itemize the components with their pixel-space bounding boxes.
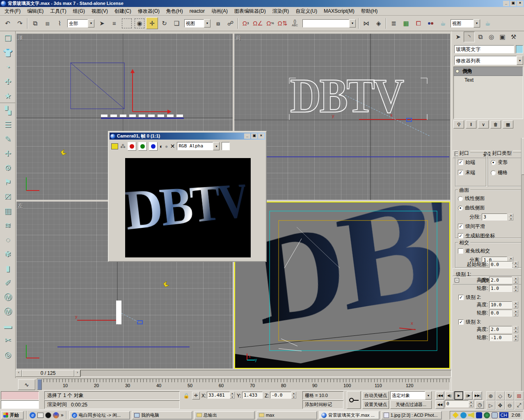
key-step-icon[interactable]: ◀◀ [435,400,444,409]
modifier-list-dropdown[interactable]: 修改器列表 ▼ [454,56,523,65]
linear-sides-radio[interactable] [458,196,463,201]
save-bitmap-icon[interactable] [111,143,118,149]
time-configuration-icon[interactable]: ◷ [475,400,484,409]
bind-to-space-warp-icon[interactable]: ⌇ [54,17,66,29]
play-icon[interactable]: ▶ [454,391,463,400]
checker-shortcut-icon[interactable]: ▚ [0,103,16,117]
front-text-spline[interactable]: DBTV [290,68,403,124]
level3-height-field[interactable]: 2.0 [489,326,512,333]
quicklaunch-media-player-icon[interactable] [53,412,59,418]
mini-curve-editor-icon[interactable]: ∿ [18,379,35,390]
viewport-front-label[interactable]: 前 [236,34,241,41]
springs-shortcut-icon[interactable]: ☰ [0,117,16,132]
waves-shortcut-icon[interactable]: ≋ [0,218,16,232]
menu-animation[interactable]: 动画(A) [208,7,231,16]
curve-editor-icon[interactable]: ▦ [400,17,412,29]
menu-customize[interactable]: 自定义(U) [293,7,320,16]
viewport-left-label[interactable]: 左 [18,202,23,209]
menu-modifiers[interactable]: 修改器(O) [135,7,162,16]
previous-frame-arrow[interactable]: ‹ [16,370,22,377]
quicklaunch-qq-icon[interactable] [45,412,51,418]
pan-hand-icon[interactable]: ✥ [496,401,505,410]
level2-outline-spinner[interactable]: ▲▼ [513,310,518,317]
menu-maxscript[interactable]: MAXScript(M) [321,7,357,15]
maxscript-mini-listener-pink[interactable] [1,391,39,400]
quicklaunch-more-chevron[interactable]: » [61,412,64,418]
menu-rendering[interactable]: 渲染(R) [270,7,292,16]
smooth-across-levels-checkbox[interactable]: ✓ [458,224,463,229]
select-object-icon[interactable]: ➤ [96,17,108,29]
snap-toggle-icon[interactable]: Ω3 [240,17,252,29]
level2-height-spinner[interactable]: ▲▼ [513,301,518,308]
menu-help[interactable]: 帮助(H) [358,7,381,16]
tray-q-icon[interactable] [460,412,467,418]
maximize-button[interactable]: ▣ [510,1,516,6]
render-maximize-button[interactable]: ▣ [251,133,257,139]
undo-icon[interactable]: ↶ [2,17,14,29]
tab-display-icon[interactable]: ▣ [497,32,508,42]
previous-frame-icon[interactable]: ◀|| [445,391,454,400]
menu-group[interactable]: 组(G) [70,7,88,16]
named-selection-dropdown[interactable]: ▼ [302,19,356,28]
window-crossing-selection-icon[interactable]: ◉ [135,18,144,28]
z-coordinate-field[interactable]: -0.0 [270,392,291,399]
frame-indicator[interactable] [37,379,42,390]
m2-shortcut-icon[interactable]: Ⓜ [0,304,16,319]
set-key-button[interactable]: 设置关键点 [362,400,389,409]
menu-character[interactable]: 角色(H) [163,7,186,16]
menu-graph-editors[interactable]: 图表编辑器(D) [231,7,269,16]
close-button[interactable]: × [517,1,523,6]
x-coordinate-field[interactable]: 33.481 [207,392,230,399]
time-slider-track[interactable] [80,370,451,377]
layer-manager-icon[interactable]: ≣ [388,17,400,29]
panel-scrollbar-thumb[interactable] [522,138,524,175]
ball-shortcut-icon[interactable]: ◔ [0,60,16,74]
percent-snap-icon[interactable]: Ω% [264,17,276,29]
tray-globe-icon[interactable] [484,412,490,418]
task-ie-forum[interactable]: e电白同乡论坛 -> 闲... [69,411,130,420]
edit-named-selections-icon[interactable]: {}ABC [289,17,301,29]
star-shortcut-icon[interactable]: ★ [0,89,16,103]
panel-scrollbar[interactable] [521,138,524,391]
tab-modify-icon[interactable]: ◝ [464,32,475,42]
field-of-view-icon[interactable]: ▷ [486,401,495,410]
blue-channel-button[interactable] [149,142,158,151]
level1-outline-field[interactable]: 1.0 [489,285,512,292]
menu-edit[interactable]: 编辑(E) [24,7,46,16]
menu-file[interactable]: 文件(F) [2,7,23,16]
tray-network-icon[interactable] [492,412,498,418]
render-type-dropdown[interactable]: 视图 ▼ [451,19,480,28]
menu-tools[interactable]: 工具(T) [47,7,69,16]
camera-shortcut-icon[interactable]: ◎ [0,347,16,362]
lightbulb-icon[interactable] [455,69,459,73]
select-by-name-icon[interactable]: ≡ [108,17,120,29]
selection-lock-icon[interactable]: 🔒 [183,392,190,399]
menu-views[interactable]: 视图(V) [89,7,111,16]
rectangular-selection-region-icon[interactable] [122,18,132,28]
mirror-icon[interactable]: ⋈ [360,17,372,29]
start-outline-spinner[interactable]: ▲▼ [513,261,518,268]
object-name-field[interactable]: 玻璃英文字 [454,45,514,53]
level2-outline-field[interactable]: 0.0 [489,310,512,317]
menu-create[interactable]: 创建(C) [112,7,134,16]
select-and-rotate-icon[interactable]: ↻ [158,17,170,29]
unlink-selection-icon[interactable]: ⧈ [41,17,53,29]
selection-filter-dropdown[interactable]: 全部 ▼ [67,19,94,28]
zoom-extents-icon[interactable]: ↻ [505,391,514,400]
level3-checkbox[interactable]: ✓ [458,319,464,325]
background-color-swatch[interactable] [222,142,230,150]
marker-shortcut-icon[interactable]: ✎ [0,132,16,146]
show-end-result-icon[interactable]: ‖ [466,120,476,129]
x-spinner[interactable]: ▲▼ [230,392,235,399]
cylinder-shortcut-icon[interactable]: ▮ [0,261,16,275]
render-frame-window[interactable]: Camera01, 帧 0 (1:1) _ ▣ × ⁂ ◐ ● ✕ RGB Al… [108,131,267,262]
scissors-shortcut-icon[interactable]: ✂ [0,333,16,347]
redo-icon[interactable]: ↷ [14,17,26,29]
select-and-scale-icon[interactable]: ❏ [171,17,183,29]
tray-norton-icon[interactable] [453,412,459,418]
clapboard-shortcut-icon[interactable]: ▬ [0,319,16,333]
level2-height-field[interactable]: 10.0 [489,301,512,308]
tab-utilities-icon[interactable]: ⚒ [508,32,519,42]
zoom-extents-all-icon[interactable]: ⊞ [515,391,524,400]
red-channel-button[interactable] [128,142,136,151]
